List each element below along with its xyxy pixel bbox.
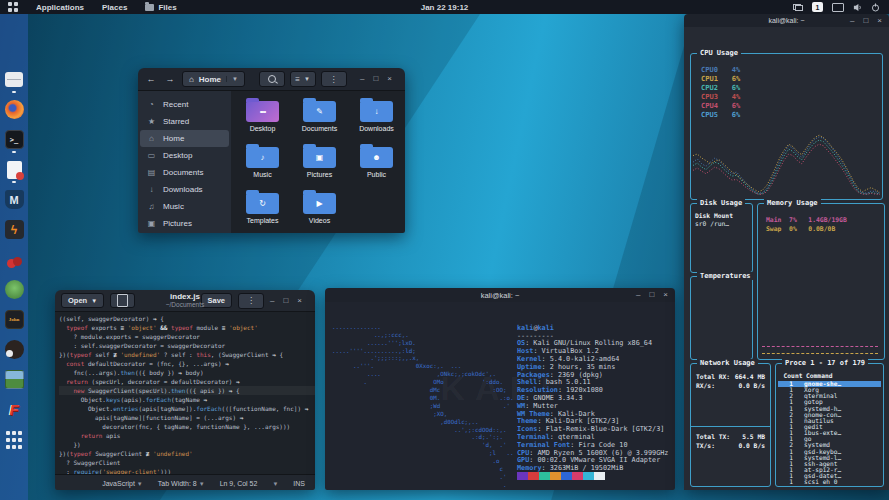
disk-usage-box: Disk Usage Disk Mount sr0 /run… xyxy=(690,203,753,273)
folder-label: Downloads xyxy=(359,125,394,132)
text-editor-window: Open ▼ index.js ~/Documents Save ⋮ – □ ×… xyxy=(55,290,315,490)
close-button[interactable]: × xyxy=(387,75,392,83)
menu-files[interactable]: Files xyxy=(145,3,176,12)
document-path: ~/Documents xyxy=(166,301,204,308)
cursor-position[interactable]: Ln 9, Col 52 xyxy=(220,480,258,487)
open-button[interactable]: Open ▼ xyxy=(61,293,104,308)
dock-burpsuite[interactable]: ϟ xyxy=(5,220,24,239)
sidebar-item-music[interactable]: ♫Music xyxy=(138,198,231,215)
maximize-button[interactable]: □ xyxy=(283,297,288,305)
cpu-graph-series xyxy=(693,137,880,194)
dock-show-applications[interactable] xyxy=(5,430,24,449)
maximize-button[interactable]: □ xyxy=(373,75,378,83)
view-toggle-button[interactable]: ≡▼ xyxy=(290,71,316,87)
sidebar-item-desktop[interactable]: ▭Desktop xyxy=(138,147,231,164)
sidebar-item-starred[interactable]: ★Starred xyxy=(138,113,231,130)
dock-faraday[interactable]: F xyxy=(5,400,24,419)
dock-metasploit[interactable]: M xyxy=(5,190,24,209)
monitor-content[interactable]: CPU Usage CPU04%CPU16%CPU26%CPU34%CPU46%… xyxy=(684,27,889,490)
network-icon[interactable] xyxy=(793,4,803,11)
network-divider xyxy=(691,426,770,427)
back-button[interactable]: ← xyxy=(144,74,158,84)
file-manager-headerbar[interactable]: ← → ⌂ Home ▼ ≡▼ ⋮ – □ × xyxy=(138,68,405,91)
terminal-title: kali@kali: ~ xyxy=(481,291,520,300)
sidebar-item-home[interactable]: ⌂Home xyxy=(140,130,229,147)
folder-public[interactable]: ☻Public xyxy=(348,143,405,189)
terminal-titlebar[interactable]: kali@kali: ~ – □ × xyxy=(325,288,675,302)
folder-music[interactable]: ♪Music xyxy=(234,143,291,189)
path-button[interactable]: ⌂ Home ▼ xyxy=(182,71,245,87)
dock-landscape-app[interactable] xyxy=(5,370,24,389)
folder-templates[interactable]: ↻Templates xyxy=(234,189,291,233)
folder-videos[interactable]: ▶Videos xyxy=(291,189,348,233)
close-button[interactable]: × xyxy=(877,17,882,25)
save-button[interactable]: Save xyxy=(201,293,233,308)
terminal-color-palette xyxy=(517,472,605,480)
forward-button[interactable]: → xyxy=(163,74,177,84)
minimize-button[interactable]: – xyxy=(850,17,854,25)
chevron-down-icon[interactable]: ▼ xyxy=(272,481,278,487)
folder-downloads[interactable]: ↓Downloads xyxy=(348,97,405,143)
dock: >_MϟJohnF xyxy=(0,14,28,500)
terminal-content[interactable]: KALI .............. ..,;:ccc,. ......'''… xyxy=(325,302,675,490)
clock[interactable]: Jan 22 19:12 xyxy=(421,3,469,12)
sidebar-item-documents[interactable]: ▤Documents xyxy=(138,164,231,181)
dock-zenmap[interactable] xyxy=(5,280,24,299)
editor-headerbar[interactable]: Open ▼ index.js ~/Documents Save ⋮ – □ × xyxy=(55,290,315,312)
monitor-titlebar[interactable]: kali@kali: ~ – □ × xyxy=(684,14,889,27)
workspace-grid-icon[interactable] xyxy=(8,2,18,12)
dock-detective-dog-app[interactable] xyxy=(5,340,24,359)
palette-swatch xyxy=(594,472,605,480)
tab-width-selector[interactable]: Tab Width: 8 ▼ xyxy=(158,480,205,487)
dock-john-the-ripper[interactable]: John xyxy=(5,310,24,329)
editor-menu-button[interactable]: ⋮ xyxy=(238,293,264,309)
volume-icon[interactable] xyxy=(853,3,862,12)
display-icon[interactable] xyxy=(832,3,844,12)
dock-terminal[interactable]: >_ xyxy=(5,130,24,149)
maximize-button[interactable]: □ xyxy=(649,291,654,299)
menu-button[interactable]: ⋮ xyxy=(321,71,347,87)
folder-icon: ••• xyxy=(246,101,279,122)
sidebar-item-pictures[interactable]: ▣Pictures xyxy=(138,215,231,232)
sidebar-item-label: Starred xyxy=(163,117,189,126)
menu-places[interactable]: Places xyxy=(102,3,127,12)
maximize-button[interactable]: □ xyxy=(863,17,868,25)
file-manager-content: •••Desktop✎Documents↓Downloads♪Music▣Pic… xyxy=(231,91,405,233)
dock-text-editor[interactable] xyxy=(7,160,22,179)
code-line: apis[tagName][functionName] = (...args) … xyxy=(59,413,315,422)
search-button[interactable] xyxy=(259,71,285,87)
folder-desktop[interactable]: •••Desktop xyxy=(234,97,291,143)
code-line: : self.swaggerDecorator = swaggerDecorat… xyxy=(59,341,315,350)
dock-cherrytree[interactable] xyxy=(5,250,24,269)
cpu-legend-row: CPU56% xyxy=(701,111,740,120)
new-document-button[interactable] xyxy=(110,293,135,308)
minimize-button[interactable]: – xyxy=(270,297,274,305)
process-list-box: Proce 1 - 17 of 179 CountCommand 1gnome-… xyxy=(775,363,884,487)
cpu-legend-row: CPU46% xyxy=(701,102,740,111)
sidebar-item-downloads[interactable]: ↓Downloads xyxy=(138,181,231,198)
memory-graph-line xyxy=(762,346,878,347)
files-icon xyxy=(5,72,23,87)
code-editor-area[interactable]: ((self, swaggerDecorator) ⇒ { typeof exp… xyxy=(55,312,315,474)
close-button[interactable]: × xyxy=(297,297,302,305)
folder-documents[interactable]: ✎Documents xyxy=(291,97,348,143)
minimize-button[interactable]: – xyxy=(360,75,364,83)
dock-files[interactable] xyxy=(5,70,23,89)
menu-applications[interactable]: Applications xyxy=(36,3,84,12)
dot xyxy=(18,445,22,449)
power-icon[interactable] xyxy=(871,3,880,12)
sidebar-item-label: Pictures xyxy=(163,219,192,228)
cpu-usage-label: CPU Usage xyxy=(697,49,741,57)
minimize-button[interactable]: – xyxy=(636,291,640,299)
process-command: scsi_eh_0 xyxy=(804,479,838,484)
process-row[interactable]: 1scsi_eh_0 xyxy=(778,479,881,484)
workspace-indicator[interactable]: 1 xyxy=(812,2,823,12)
cpu-graph xyxy=(693,131,880,197)
language-selector[interactable]: JavaScript ▼ xyxy=(102,480,143,487)
top-panel: Applications Places Files Jan 22 19:12 1 xyxy=(0,0,889,14)
firefox-icon xyxy=(5,100,24,119)
close-button[interactable]: × xyxy=(663,291,668,299)
folder-pictures[interactable]: ▣Pictures xyxy=(291,143,348,189)
dock-firefox[interactable] xyxy=(5,100,24,119)
sidebar-item-recent[interactable]: ◔Recent xyxy=(138,96,231,113)
